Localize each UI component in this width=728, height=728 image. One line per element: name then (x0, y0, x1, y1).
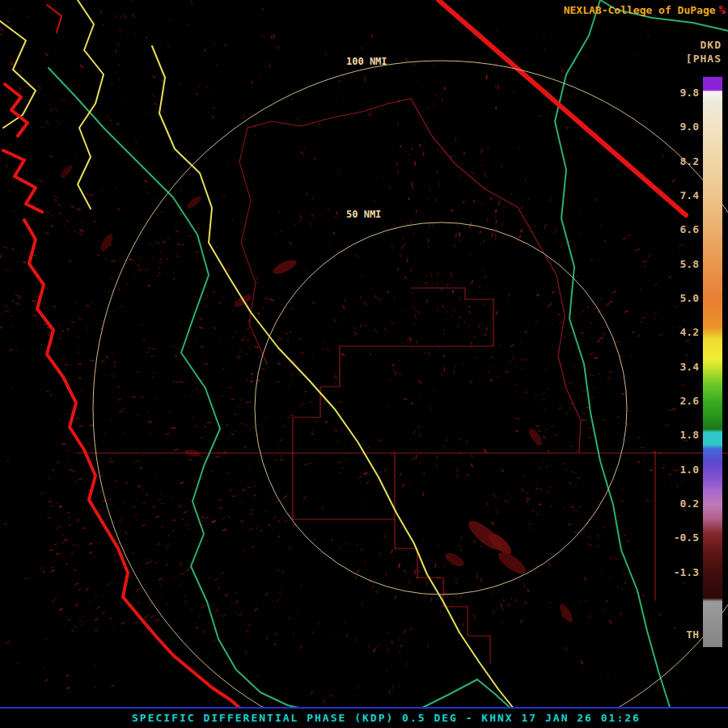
clutter-blob (59, 163, 74, 180)
range-ring-label: 100 NMI (346, 56, 387, 67)
status-bar: SPECIFIC DIFFERENTIAL PHASE (KDP) 0.5 DE… (0, 707, 728, 728)
clutter-blob (271, 257, 298, 277)
clutter-blob (557, 602, 575, 624)
map-feature-county-stair-top (293, 453, 395, 519)
clutter-blob (99, 232, 116, 253)
map-feature-river-west (49, 68, 380, 719)
clutter-blob (232, 293, 253, 310)
clutter-blob (495, 548, 529, 578)
header: NEXLAB-College of DuPage % (564, 3, 726, 16)
map-feature-county-east-wiggle (411, 99, 581, 451)
map-feature-state-line-nv (438, 0, 686, 215)
map-feature-coastline (24, 220, 248, 728)
unit-label: [PHAS (686, 53, 722, 65)
product-code-label: DKD (700, 39, 722, 51)
clutter-blob (185, 194, 203, 210)
clutter-blob (443, 550, 467, 569)
status-divider (0, 707, 728, 709)
map-feature-river-east (555, 0, 676, 728)
radar-map-canvas: 100 NMI50 NMI (0, 0, 728, 728)
radar-screen: 100 NMI50 NMI NEXLAB-College of DuPage %… (0, 0, 728, 728)
colorbar (703, 77, 722, 647)
attribution-text: NEXLAB-College of DuPage (564, 4, 716, 16)
cod-logo-glyph: % (719, 3, 726, 16)
radar-speckle-field (0, 0, 693, 704)
clutter-blob (527, 426, 544, 447)
map-feature-county-north-wiggle (248, 99, 411, 128)
map-feature-county-center-3 (293, 346, 340, 451)
status-text: SPECIFIC DIFFERENTIAL PHASE (KDP) 0.5 DE… (0, 712, 728, 724)
map-feature-coast-islands-1 (5, 84, 28, 136)
map-feature-coast-north (47, 5, 61, 32)
map-feature-coast-islands-2 (3, 150, 42, 212)
map-feature-highway-topleft-1 (0, 21, 36, 128)
range-ring-label: 50 NMI (346, 209, 381, 220)
range-ring (255, 222, 627, 595)
